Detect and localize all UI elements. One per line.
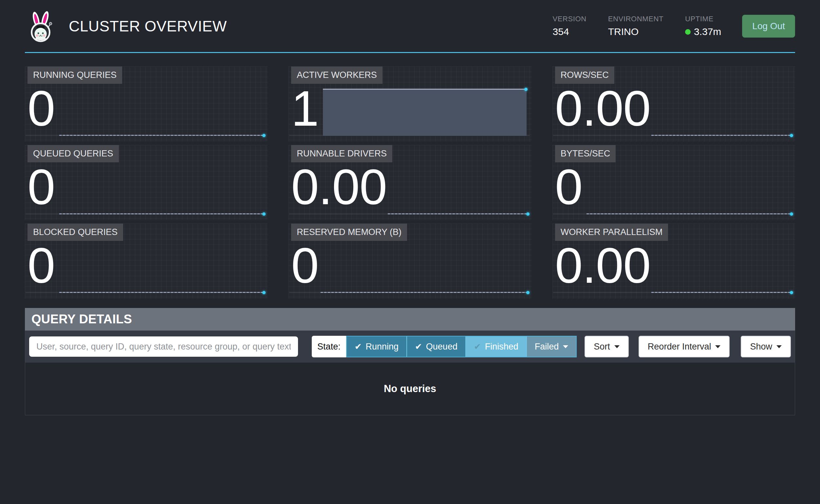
metric-panel: RUNNING QUERIES 0 <box>25 66 267 142</box>
stat-environment: ENVIRONMENT TRINO <box>608 15 664 37</box>
metric-panel: QUEUED QUERIES 0 <box>25 145 267 220</box>
stat-environment-value: TRINO <box>608 26 664 37</box>
sparkline-endpoint-dot <box>524 88 528 91</box>
stat-environment-label: ENVIRONMENT <box>608 15 664 23</box>
sparkline-endpoint-dot <box>526 212 530 216</box>
metric-panel: ROWS/SEC 0.00 <box>553 66 795 142</box>
trino-bunny-logo-svg <box>25 11 57 43</box>
state-filter-buttons: ✔Running✔Queued✔FinishedFailed <box>346 336 577 357</box>
sparkline-endpoint-dot <box>790 134 793 137</box>
chevron-down-icon <box>776 345 782 348</box>
metric-sparkline <box>289 213 529 215</box>
metric-sparkline <box>553 292 793 293</box>
metric-value: 0.00 <box>555 83 651 133</box>
query-details-toolbar: State: ✔Running✔Queued✔FinishedFailed So… <box>25 331 795 363</box>
metric-value: 0 <box>27 162 55 212</box>
chevron-down-icon <box>563 345 568 348</box>
stat-uptime-label: UPTIME <box>685 15 721 23</box>
stat-version: VERSION 354 <box>553 15 587 37</box>
sparkline-line <box>320 292 527 293</box>
check-icon: ✔ <box>415 342 422 352</box>
metric-panel: RUNNABLE DRIVERS 0.00 <box>288 145 531 220</box>
metric-sparkline <box>26 135 265 136</box>
query-details-title: QUERY DETAILS <box>25 308 795 331</box>
metric-panel: BYTES/SEC 0 <box>553 145 795 220</box>
metric-panel: RESERVED MEMORY (B) 0 <box>288 224 531 299</box>
state-filter-group: State: ✔Running✔Queued✔FinishedFailed <box>312 336 577 357</box>
header-stats: VERSION 354 ENVIRONMENT TRINO UPTIME 3.3… <box>553 15 721 37</box>
sparkline-area-fill <box>323 89 527 136</box>
metric-value: 0.00 <box>555 241 651 290</box>
query-list-empty-area: No queries <box>25 363 795 415</box>
query-details-section: QUERY DETAILS State: ✔Running✔Queued✔Fin… <box>25 308 795 415</box>
stat-uptime: UPTIME 3.37m <box>685 15 721 37</box>
query-details-body: State: ✔Running✔Queued✔FinishedFailed So… <box>25 331 795 415</box>
state-filter-button-label: Running <box>365 342 398 352</box>
metrics-grid: RUNNING QUERIES 0 ACTIVE WORKERS 1 ROWS/… <box>25 66 795 299</box>
stat-version-label: VERSION <box>553 15 587 23</box>
state-filter-queued-button[interactable]: ✔Queued <box>406 336 465 357</box>
check-icon: ✔ <box>355 342 362 352</box>
check-icon: ✔ <box>474 342 481 352</box>
sparkline-endpoint-dot <box>262 212 265 216</box>
stat-version-value: 354 <box>553 26 587 37</box>
sparkline-line <box>587 213 790 214</box>
metric-value: 0 <box>555 162 583 212</box>
trino-cluster-overview-page: CLUSTER OVERVIEW VERSION 354 ENVIRONMENT… <box>0 0 820 415</box>
state-filter-finished-button[interactable]: ✔Finished <box>465 336 526 357</box>
sort-button-label: Sort <box>594 342 610 352</box>
trino-bunny-logo <box>25 11 57 43</box>
sparkline-endpoint-dot <box>262 134 265 137</box>
metric-sparkline <box>289 292 529 293</box>
metric-panel: BLOCKED QUERIES 0 <box>25 224 267 299</box>
show-button-label: Show <box>750 342 772 352</box>
state-filter-button-label: Failed <box>535 342 559 352</box>
reorder-interval-button[interactable]: Reorder Interval <box>639 336 730 357</box>
metric-sparkline <box>553 213 793 215</box>
no-queries-message: No queries <box>384 383 436 395</box>
sparkline-line <box>59 135 263 136</box>
query-search-input[interactable] <box>29 336 298 357</box>
metric-sparkline <box>289 135 529 136</box>
sparkline-line <box>651 135 790 136</box>
reorder-interval-button-label: Reorder Interval <box>648 342 711 352</box>
stat-uptime-value: 3.37m <box>685 26 721 37</box>
sparkline-endpoint-dot <box>790 291 793 294</box>
metric-panel: ACTIVE WORKERS 1 <box>288 66 531 142</box>
metric-value: 0.00 <box>291 162 387 212</box>
sparkline-line <box>59 292 263 293</box>
metric-sparkline <box>553 135 793 136</box>
metric-sparkline <box>26 213 265 215</box>
state-filter-button-label: Finished <box>485 342 519 352</box>
sparkline-endpoint-dot <box>262 291 265 294</box>
sparkline-line <box>651 292 790 293</box>
metric-sparkline <box>26 292 265 293</box>
chevron-down-icon <box>715 345 720 348</box>
state-filter-button-label: Queued <box>426 342 458 352</box>
state-filter-failed-button[interactable]: Failed <box>526 336 576 357</box>
metric-value: 0 <box>27 241 55 290</box>
sort-button[interactable]: Sort <box>585 336 629 357</box>
header: CLUSTER OVERVIEW VERSION 354 ENVIRONMENT… <box>25 0 795 53</box>
sparkline-line <box>388 213 527 214</box>
page-title: CLUSTER OVERVIEW <box>69 17 227 35</box>
metric-value: 0 <box>27 83 55 133</box>
state-filter-label: State: <box>312 336 346 357</box>
state-filter-running-button[interactable]: ✔Running <box>347 336 406 357</box>
metric-value: 0 <box>291 241 319 290</box>
uptime-value-text: 3.37m <box>694 26 721 37</box>
sparkline-endpoint-dot <box>790 212 793 216</box>
uptime-status-dot <box>685 29 691 35</box>
metric-panel: WORKER PARALLELISM 0.00 <box>553 224 795 299</box>
metric-value: 1 <box>291 83 319 133</box>
chevron-down-icon <box>614 345 620 348</box>
show-button[interactable]: Show <box>741 336 791 357</box>
sparkline-line <box>59 213 263 214</box>
sparkline-endpoint-dot <box>526 291 530 294</box>
logout-button[interactable]: Log Out <box>742 15 795 38</box>
